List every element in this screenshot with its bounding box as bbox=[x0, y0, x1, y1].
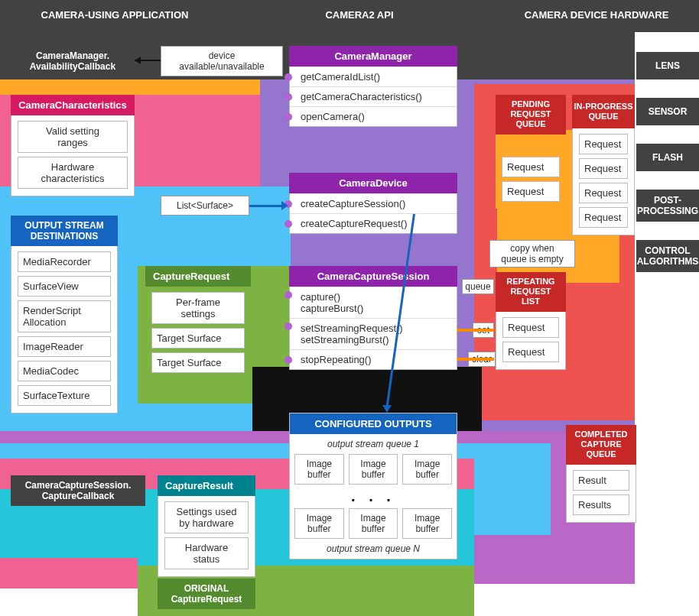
cc-valid-ranges: Valid setting ranges bbox=[18, 121, 128, 153]
output-stream-box: OUTPUT STREAM DESTINATIONS MediaRecorder… bbox=[11, 216, 118, 413]
capture-callback: CameraCaptureSession. CaptureCallback bbox=[11, 475, 145, 506]
co-bufn3: Image buffer bbox=[402, 508, 452, 539]
configured-outputs-box: CONFIGURED OUTPUTS output stream queue 1… bbox=[289, 413, 457, 559]
os-mediacodec: MediaCodec bbox=[18, 361, 111, 381]
hw-post: POST- PROCESSING bbox=[636, 190, 699, 222]
cres-settings: Settings used by hardware bbox=[164, 501, 249, 533]
completed-queue-title: COMPLETED CAPTURE QUEUE bbox=[566, 425, 636, 465]
capture-result-box: CaptureResult Settings used by hardware … bbox=[158, 475, 255, 577]
camera-manager-box: CameraManager getCameraIdList() getCamer… bbox=[289, 46, 457, 127]
capture-result-title: CaptureResult bbox=[158, 475, 255, 496]
cr-target1: Target Surface bbox=[151, 328, 245, 349]
original-capture-request: ORIGINAL CaptureRequest bbox=[158, 579, 255, 609]
arrow-set bbox=[457, 329, 494, 332]
completed-queue-box: COMPLETED CAPTURE QUEUE Result Results bbox=[566, 425, 636, 523]
inprogress-queue-title: IN-PROGRESS QUEUE bbox=[572, 95, 635, 128]
cm-getCameraIdList: getCameraIdList() bbox=[290, 66, 457, 86]
col-header-app: CAMERA-USING APPLICATION bbox=[31, 9, 199, 21]
os-surfacetexture: SurfaceTexture bbox=[18, 385, 111, 406]
co-dots: . . . bbox=[290, 485, 457, 508]
cs-setStreamingRequest: setStreamingRequest() bbox=[290, 318, 457, 334]
hw-flash: FLASH bbox=[636, 144, 699, 171]
cc-hw-chars: Hardware characteristics bbox=[18, 157, 128, 189]
camera-device-box: CameraDevice createCaptureSession() crea… bbox=[289, 173, 457, 234]
co-buf2: Image buffer bbox=[349, 454, 398, 485]
pending-queue-title: PENDING REQUEST QUEUE bbox=[496, 95, 566, 135]
inprogress-queue-box: IN-PROGRESS QUEUE Request Request Reques… bbox=[572, 95, 635, 235]
cres-status: Hardware status bbox=[164, 537, 249, 569]
camera-device-title: CameraDevice bbox=[289, 173, 457, 193]
queue-label: queue bbox=[462, 279, 494, 294]
cs-setStreamingBurst: setStreamingBurst() bbox=[290, 334, 457, 349]
cs-stopRepeating: stopRepeating() bbox=[290, 349, 457, 369]
repeating-list-title: REPEATING REQUEST LIST bbox=[496, 272, 566, 312]
cq-result: Result bbox=[573, 470, 629, 491]
arrow-avail-head bbox=[135, 57, 141, 64]
os-mediarecorder: MediaRecorder bbox=[18, 251, 111, 272]
pq-req1: Request bbox=[502, 157, 560, 177]
cr-perframe: Per-frame settings bbox=[151, 292, 245, 324]
camera-session-box: CameraCaptureSession capture() captureBu… bbox=[289, 266, 457, 370]
ipq-req2: Request bbox=[579, 158, 628, 179]
cs-captureBurst: captureBurst() bbox=[290, 303, 457, 318]
cq-results: Results bbox=[573, 494, 629, 515]
cm-openCamera: openCamera() bbox=[290, 106, 457, 126]
arrow-session-down-head bbox=[382, 405, 392, 413]
co-buf3: Image buffer bbox=[402, 454, 452, 485]
configured-outputs-title: CONFIGURED OUTPUTS bbox=[290, 413, 457, 434]
cr-target2: Target Surface bbox=[151, 352, 245, 373]
hw-control: CONTROL ALGORITHMS bbox=[636, 240, 699, 272]
cm-getCameraCharacteristics: getCameraCharacteristics() bbox=[290, 86, 457, 106]
rl-req1: Request bbox=[502, 317, 559, 338]
arrow-listsurface-head bbox=[281, 201, 288, 210]
os-imagereader: ImageReader bbox=[18, 336, 111, 357]
rl-req2: Request bbox=[502, 342, 559, 362]
arrow-clear bbox=[457, 358, 494, 361]
hw-lens: LENS bbox=[636, 52, 699, 79]
arrow-listsurface bbox=[249, 205, 283, 207]
ipq-req3: Request bbox=[579, 183, 628, 203]
output-stream-title: OUTPUT STREAM DESTINATIONS bbox=[11, 216, 118, 246]
cd-createCaptureSession: createCaptureSession() bbox=[290, 193, 457, 213]
co-bufn1: Image buffer bbox=[294, 508, 344, 539]
repeating-list-box: REPEATING REQUEST LIST Request Request bbox=[496, 272, 566, 370]
cd-createCaptureRequest: createCaptureRequest() bbox=[290, 213, 457, 233]
copy-empty-label: copy when queue is empty bbox=[489, 240, 575, 267]
capture-request-box: CaptureRequest Per-frame settings Target… bbox=[145, 266, 251, 380]
os-surfaceview: SurfaceView bbox=[18, 276, 111, 297]
device-available-label: device available/unavailable bbox=[161, 46, 283, 76]
pq-req2: Request bbox=[502, 181, 560, 202]
pending-queue-box: PENDING REQUEST QUEUE Request Request bbox=[496, 95, 566, 209]
co-buf1: Image buffer bbox=[294, 454, 344, 485]
co-qn-label: output stream queue N bbox=[290, 539, 457, 559]
hw-sensor: SENSOR bbox=[636, 98, 699, 125]
camera-session-title: CameraCaptureSession bbox=[289, 266, 457, 287]
camera-characteristics-box: CameraCharacteristics Valid setting rang… bbox=[11, 95, 135, 196]
camera-characteristics-title: CameraCharacteristics bbox=[11, 95, 135, 115]
ipq-req4: Request bbox=[579, 207, 628, 228]
camera-manager-title: CameraManager bbox=[289, 46, 457, 66]
cs-capture: capture() bbox=[290, 287, 457, 303]
os-renderscript: RenderScript Allocation bbox=[18, 300, 111, 332]
col-header-hw: CAMERA DEVICE HARDWARE bbox=[505, 9, 688, 21]
ipq-req1: Request bbox=[579, 134, 628, 154]
col-header-api: CAMERA2 API bbox=[291, 9, 428, 21]
availability-callback: CameraManager. AvailabilityCallback bbox=[11, 46, 135, 76]
list-surface-label: List<Surface> bbox=[161, 196, 249, 216]
co-q1-label: output stream queue 1 bbox=[290, 434, 457, 454]
co-bufn2: Image buffer bbox=[349, 508, 398, 539]
capture-request-title: CaptureRequest bbox=[145, 266, 251, 287]
